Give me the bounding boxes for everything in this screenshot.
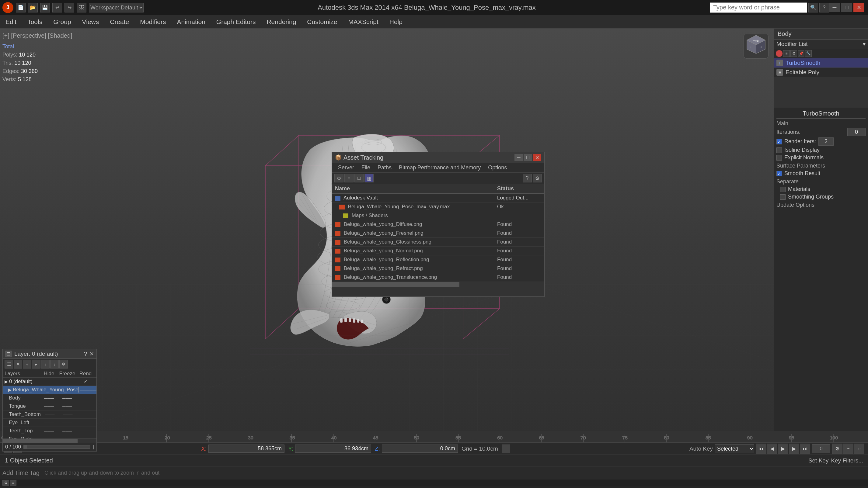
asset-scrollbar[interactable] [332, 282, 544, 287]
modifier-icon-2[interactable]: ⚙ [790, 50, 797, 57]
layer-row-beluga[interactable]: ▶ Beluga_Whale_Young_Pose ─── ─── [3, 386, 96, 394]
coord-y-input[interactable] [295, 445, 371, 453]
asset-row-refract[interactable]: Beluga_whale_young_Refract.png Found [332, 264, 544, 273]
layer-select-btn[interactable]: ▸ [32, 360, 40, 368]
key-filters-label[interactable]: Key Filters... [831, 457, 863, 464]
bottom-icon-2[interactable]: ≡ [10, 480, 17, 486]
asset-tool-help[interactable]: ? [523, 174, 532, 183]
grid-settings-btn[interactable] [502, 445, 510, 453]
layer-freeze-btn[interactable]: ❄ [59, 360, 68, 368]
open-btn[interactable]: 📂 [28, 3, 38, 12]
mini-curve-icon[interactable]: ~ [843, 444, 854, 454]
menu-create[interactable]: Create [104, 17, 134, 27]
asset-menu-paths[interactable]: Paths [374, 164, 395, 172]
layer-delete-btn[interactable]: ✕ [14, 360, 22, 368]
goto-start-btn[interactable]: ⏮ [756, 444, 766, 454]
prev-frame-btn[interactable]: ◀ [767, 444, 777, 454]
smooth-result-checkbox[interactable] [776, 171, 782, 176]
save-btn[interactable]: 💾 [40, 3, 50, 12]
layers-scrollbar-thumb[interactable] [3, 439, 78, 443]
modifier-turbosmooth[interactable]: T TurboSmooth [774, 58, 868, 68]
materials-checkbox[interactable] [780, 187, 785, 192]
key-filter-icon[interactable]: ⚙ [832, 444, 842, 454]
next-frame-btn[interactable]: ▶ [789, 444, 799, 454]
menu-views[interactable]: Views [77, 17, 105, 27]
asset-row-fresnel[interactable]: Beluga_whale_young_Fresnel.png Found [332, 229, 544, 238]
smoothing-groups-checkbox[interactable] [780, 194, 785, 200]
search-input[interactable] [710, 2, 807, 13]
close-button[interactable]: ✕ [854, 3, 864, 12]
modifier-list-dropdown[interactable]: ▾ [863, 41, 866, 47]
layer-move-btn[interactable]: ↑ [41, 360, 50, 368]
modifier-icon-1[interactable]: ≡ [783, 50, 790, 57]
menu-maxscript[interactable]: MAXScript [343, 17, 384, 27]
asset-tool-1[interactable]: ⚙ [334, 174, 343, 183]
menu-graph-editors[interactable]: Graph Editors [211, 17, 261, 27]
menu-group[interactable]: Group [48, 17, 76, 27]
workspace-selector[interactable]: Workspace: Default [89, 3, 144, 12]
asset-tool-3[interactable]: □ [354, 174, 364, 183]
menu-tools[interactable]: Tools [22, 17, 48, 27]
asset-menu-options[interactable]: Options [484, 164, 510, 172]
menu-animation[interactable]: Animation [171, 17, 211, 27]
menu-modifiers[interactable]: Modifiers [134, 17, 171, 27]
layer-toggle-btn[interactable] [79, 387, 79, 393]
key-mode-selector[interactable]: Selected [715, 444, 754, 453]
add-time-tag-label[interactable]: Add Time Tag [2, 469, 39, 477]
layers-scrollbar[interactable] [3, 438, 96, 443]
asset-row-translucence[interactable]: Beluga_whale_young_Translucence.png Foun… [332, 273, 544, 282]
menu-rendering[interactable]: Rendering [261, 17, 302, 27]
undo-btn[interactable]: ↩ [52, 3, 62, 12]
bottom-icon-1[interactable]: ⚙ [2, 480, 9, 486]
asset-menu-server[interactable]: Server [334, 164, 358, 172]
layer-select2-btn[interactable]: ↓ [50, 360, 59, 368]
animation-timeline[interactable]: 0 5 10 15 20 25 30 35 40 45 50 55 60 [0, 431, 868, 443]
asset-row-reflection[interactable]: Beluga_whale_young_Reflection.png Found [332, 255, 544, 264]
coord-z-input[interactable] [382, 445, 458, 453]
modifier-editable-poly[interactable]: E Editable Poly [774, 68, 868, 77]
asset-maximize-btn[interactable]: □ [524, 154, 532, 161]
play-btn[interactable]: ▶ [778, 444, 788, 454]
menu-help[interactable]: Help [384, 17, 408, 27]
new-btn[interactable]: 📄 [16, 3, 26, 12]
asset-tool-2[interactable]: ≡ [344, 174, 353, 183]
maximize-button[interactable]: □ [841, 3, 852, 12]
asset-scrollbar-thumb[interactable] [332, 282, 459, 287]
asset-tool-settings[interactable]: ⚙ [533, 174, 542, 183]
asset-row-glossiness[interactable]: Beluga_whale_young_Glossiness.png Found [332, 238, 544, 247]
expand-icon[interactable]: ↔ [854, 444, 864, 454]
layer-row-teeth-top[interactable]: Teeth_Top ─── ─── [3, 427, 96, 435]
layer-row-teeth-bottom[interactable]: Teeth_Bottom ─── ─── [3, 411, 96, 419]
layer-row-tongue[interactable]: Tongue ─── ─── [3, 402, 96, 411]
render-setup-btn[interactable]: 🖼 [77, 3, 86, 12]
modifier-icon-3[interactable]: 📌 [798, 50, 804, 57]
navigation-cube[interactable]: TOP R L [741, 32, 771, 61]
asset-row-max-file[interactable]: Beluga_Whale_Young_Pose_max_vray.max Ok [332, 202, 544, 211]
asset-row-diffuse[interactable]: Beluga_whale_young_Diffuse.png Found [332, 220, 544, 229]
asset-close-btn[interactable]: ✕ [533, 154, 541, 161]
asset-row-normal[interactable]: Beluga_whale_young_Normal.png Found [332, 247, 544, 255]
modifier-icon-4[interactable]: 🔧 [805, 50, 812, 57]
menu-customize[interactable]: Customize [302, 17, 343, 27]
render-iters-checkbox[interactable] [776, 139, 782, 144]
asset-tool-4[interactable]: ▦ [365, 174, 374, 183]
redo-btn[interactable]: ↪ [64, 3, 74, 12]
goto-end-btn[interactable]: ⏭ [800, 444, 810, 454]
iterations-input[interactable] [847, 128, 866, 136]
asset-menu-bitmap[interactable]: Bitmap Performance and Memory [395, 164, 484, 172]
layer-add-btn[interactable]: + [23, 360, 31, 368]
render-iters-input[interactable] [818, 137, 834, 145]
search-btn[interactable]: 🔍 [808, 3, 818, 12]
layers-help-btn[interactable]: ? [84, 351, 87, 357]
layer-row-body[interactable]: Body ─── ─── [3, 394, 96, 402]
layer-row-default[interactable]: ▶ 0 (default) ✓ [3, 378, 96, 386]
frame-counter[interactable]: 0 [812, 444, 830, 453]
layer-row-eye-right[interactable]: Eye_Right ─── ─── [3, 435, 96, 438]
asset-row-vault[interactable]: Autodesk Vault Logged Out... [332, 194, 544, 202]
asset-minimize-btn[interactable]: ─ [515, 154, 523, 161]
minimize-button[interactable]: ─ [829, 3, 840, 12]
coord-x-input[interactable] [208, 445, 284, 453]
isoline-checkbox[interactable] [776, 148, 782, 153]
explicit-normals-checkbox[interactable] [776, 155, 782, 161]
layers-close-btn[interactable]: ✕ [89, 351, 94, 357]
